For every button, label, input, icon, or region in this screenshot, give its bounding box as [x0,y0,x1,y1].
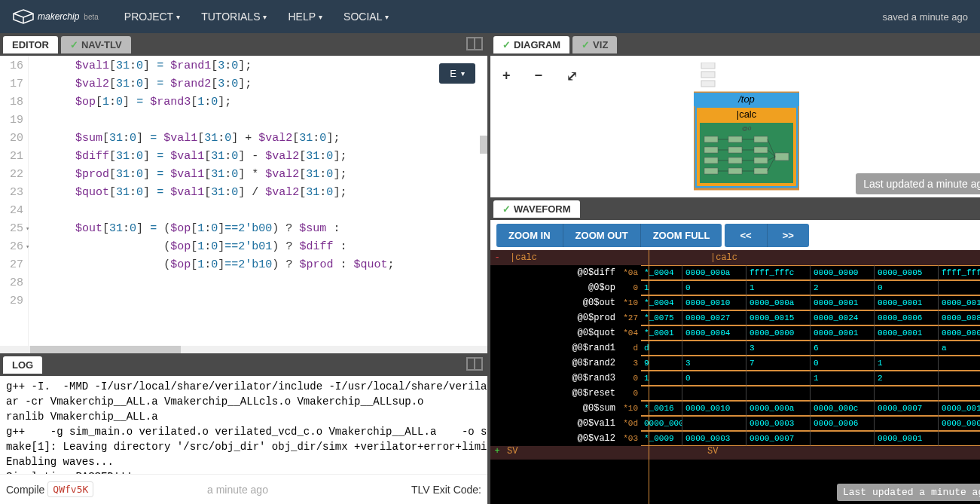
wave-cell[interactable]: 0000_0001 [874,295,938,310]
wave-cell[interactable]: *_0004 [641,265,682,280]
wave-cell[interactable]: 1 [874,356,938,371]
wave-signal-row[interactable]: @0$val2*03*_00090000_00030000_00070000_0… [490,431,980,446]
wave-cell[interactable]: 0000_0001 [810,295,874,310]
tab-editor[interactable]: EDITOR [3,36,58,53]
wave-cell[interactable] [810,386,874,401]
wave-cell[interactable] [874,341,938,356]
wave-cell[interactable]: 0000_0000 [746,325,810,341]
code-area[interactable]: 16171819202122232425▾26▾272829 $val1[31:… [0,56,487,353]
wave-cell[interactable] [810,431,874,446]
zoom-in-icon[interactable]: + [502,68,511,84]
wave-cell[interactable]: 0000_0003 [746,416,810,431]
wave-cell[interactable] [682,341,746,356]
wave-cell[interactable]: *_0075 [641,310,682,325]
wave-cell[interactable]: 0000_0000 [810,265,874,280]
wave-cell[interactable]: *_0016 [641,401,682,416]
wave-signal-row[interactable]: @0$rand301012 [490,371,980,386]
horizontal-scrollbar[interactable] [0,346,487,353]
wave-cell[interactable]: *_0001 [641,325,682,341]
wave-cell[interactable]: 0000_000d [641,416,682,431]
next-edge-button[interactable]: >> [768,224,809,247]
wave-signal-row[interactable]: @0$out*10*_00040000_00100000_000a0000_00… [490,295,980,310]
wave-cell[interactable] [746,371,810,386]
wave-cell[interactable]: *_0004 [641,295,682,310]
menu-help[interactable]: HELP▾ [280,6,330,27]
wave-cell[interactable]: 1 [641,280,682,295]
tab-nav-tlv[interactable]: ✓NAV-TLV [61,36,131,53]
wave-cell[interactable]: 0000_0018 [938,295,980,310]
wave-cell[interactable]: 0000_000a [746,401,810,416]
tab-viz[interactable]: ✓VIZ [572,36,617,53]
wave-cell[interactable]: 0000_0005 [874,265,938,280]
wave-cell[interactable]: 9 [641,356,682,371]
wave-cell[interactable]: 0 [874,280,938,295]
wave-cell[interactable]: ffff_fffc [938,265,980,280]
menu-project[interactable]: PROJECT▾ [117,6,188,27]
wave-cell[interactable]: 6 [810,341,874,356]
wave-cell[interactable]: 2 [874,371,938,386]
wave-cell[interactable]: 3 [746,341,810,356]
editor-e-dropdown[interactable]: E▾ [439,63,475,84]
code-body[interactable]: $val1[31:0] = $rand1[3:0]; $val2[31:0] =… [29,56,487,353]
expand-icon[interactable]: ⤢ [566,68,578,84]
wave-cell[interactable]: 1 [810,371,874,386]
wave-cell[interactable]: 1 [641,371,682,386]
wave-cell[interactable]: 0000_0007 [746,431,810,446]
wave-cell[interactable]: 0000_0027 [682,310,746,325]
wave-cell[interactable]: 0000_008c [938,310,980,325]
wave-signal-row[interactable]: @0$op010120 [490,280,980,295]
compile-id[interactable]: QWfv5K [47,481,93,497]
wave-cell[interactable]: 0000_0015 [746,310,810,325]
wave-signal-row[interactable]: @0$quot*04*_00010000_00040000_00000000_0… [490,325,980,341]
wave-cell[interactable]: 0000_0001 [874,431,938,446]
wave-cell[interactable]: 7 [746,356,810,371]
tab-waveform[interactable]: ✓WAVEFORM [493,200,580,218]
wave-cell[interactable]: 0000_0006 [874,310,938,325]
wave-signal-row[interactable]: @0$prod*27*_00750000_00270000_00150000_0… [490,310,980,325]
wave-cell[interactable] [938,431,980,446]
menu-tutorials[interactable]: TUTORIALS▾ [194,6,274,27]
wave-cell[interactable]: 0000_0003 [682,431,746,446]
wave-cell[interactable]: 0000_0007 [874,401,938,416]
wave-cell[interactable]: *_0009 [641,431,682,446]
wave-cell[interactable]: d [641,341,682,356]
editor-pane[interactable]: E▾ 16171819202122232425▾26▾272829 $val1[… [0,56,487,353]
prev-edge-button[interactable]: << [725,224,767,247]
wave-cell[interactable] [874,416,938,431]
wave-cell[interactable]: ffff_fffc [746,265,810,280]
wave-cell[interactable]: 0000_0010 [682,295,746,310]
wave-cell[interactable] [938,356,980,371]
wave-cell[interactable] [682,386,746,401]
wave-cell[interactable]: a [938,341,980,356]
wave-cell[interactable]: 0000_0024 [810,310,874,325]
wave-cell[interactable]: 0 [810,356,874,371]
wave-cell[interactable]: 0000_0001 [874,325,938,341]
zoom-out-button[interactable]: ZOOM OUT [563,224,641,247]
tab-diagram[interactable]: ✓DIAGRAM [493,36,569,53]
wave-cell[interactable] [938,280,980,295]
wave-cell[interactable] [938,371,980,386]
log-body[interactable]: g++ -I. -MMD -I/usr/local/share/verilato… [0,376,487,474]
wave-cell[interactable]: 0 [682,280,746,295]
wave-signal-row[interactable]: @0$rand1dd36a [490,341,980,356]
diagram-body[interactable]: + − ⤢ /top |calc @0 [490,56,980,197]
wave-cell[interactable] [874,386,938,401]
split-icon[interactable] [466,357,484,372]
wave-cell[interactable] [746,386,810,401]
wave-signal-row[interactable]: @0$sum*10*_00160000_00100000_000a0000_00… [490,401,980,416]
wave-pipe-header[interactable]: -|calc|calc [490,250,980,265]
wave-cell[interactable]: 0 [682,371,746,386]
wave-cell[interactable] [641,386,682,401]
wave-cell[interactable]: 0000_0006 [810,416,874,431]
wave-cell[interactable] [682,416,746,431]
zoom-out-icon[interactable]: − [535,68,543,84]
wave-cell[interactable] [938,386,980,401]
wave-signal-row[interactable]: @0$val1*0d0000_000d0000_00030000_0006000… [490,416,980,431]
zoom-in-button[interactable]: ZOOM IN [496,224,563,247]
split-icon[interactable] [466,37,484,52]
wave-cell[interactable]: 0000_000a [938,416,980,431]
wave-signal-row[interactable]: @0$diff*0a*_00040000_000affff_fffc0000_0… [490,265,980,280]
wave-cell[interactable]: 0000_0010 [682,401,746,416]
wave-cell[interactable]: 0000_000a [746,295,810,310]
wave-cell[interactable]: 0000_000c [810,401,874,416]
